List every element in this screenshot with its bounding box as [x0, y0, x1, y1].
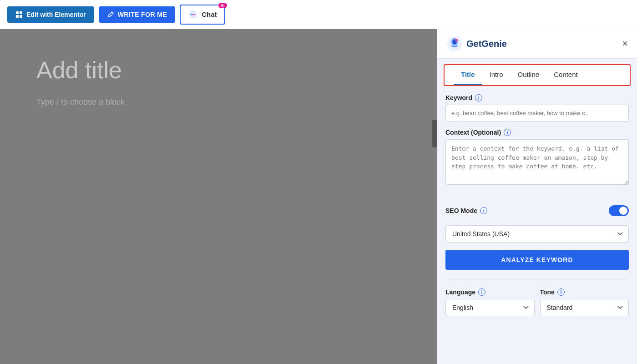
- tone-info-icon[interactable]: i: [557, 288, 565, 296]
- divider-2: [445, 279, 629, 279]
- write-for-me-label: WRITE FOR ME: [118, 11, 167, 18]
- panel-logo: GetGenie: [446, 35, 507, 52]
- analyze-keyword-button[interactable]: ANALYZE KEYWORD: [445, 250, 629, 270]
- toolbar: Edit with Elementor WRITE FOR ME AI Chat: [0, 0, 637, 29]
- language-label: Language i: [445, 288, 535, 296]
- tone-group: Tone i Standard Formal Casual Friendly: [540, 288, 629, 316]
- context-info-icon[interactable]: i: [504, 129, 511, 136]
- tab-outline[interactable]: Outline: [511, 65, 547, 85]
- panel-close-button[interactable]: ×: [622, 39, 628, 49]
- chat-badge: AI: [218, 3, 227, 8]
- panel-tabs: Title Intro Outline Content: [444, 64, 631, 86]
- sidebar-handle: [432, 120, 437, 147]
- context-label: Context (Optional) i: [445, 129, 629, 136]
- tab-content[interactable]: Content: [546, 65, 585, 85]
- getgenie-logo-icon: [446, 35, 463, 52]
- keyword-input[interactable]: [445, 105, 629, 121]
- svg-point-6: [192, 14, 194, 15]
- language-tone-row: Language i English Spanish French German…: [445, 288, 629, 316]
- right-panel: GetGenie × Title Intro Outline Content: [437, 29, 637, 364]
- toggle-thumb: [619, 207, 627, 215]
- edit-elementor-button[interactable]: Edit with Elementor: [7, 6, 94, 23]
- keyword-group: Keyword i: [445, 94, 629, 121]
- svg-rect-2: [16, 15, 19, 18]
- tab-title[interactable]: Title: [454, 65, 482, 85]
- svg-rect-0: [16, 11, 19, 14]
- language-group: Language i English Spanish French German: [445, 288, 535, 316]
- write-for-me-button[interactable]: WRITE FOR ME: [99, 6, 175, 23]
- svg-point-5: [191, 14, 192, 15]
- editor-title-placeholder: Add title: [36, 56, 122, 84]
- context-textarea[interactable]: [445, 139, 629, 185]
- panel-header: GetGenie ×: [437, 29, 637, 59]
- language-select[interactable]: English Spanish French German: [445, 299, 535, 316]
- svg-rect-1: [20, 11, 22, 14]
- edit-elementor-label: Edit with Elementor: [26, 11, 86, 18]
- svg-rect-3: [20, 15, 22, 18]
- main-area: Add title Type / to choose a block GetGe…: [0, 29, 637, 364]
- seo-mode-info-icon[interactable]: i: [480, 207, 487, 214]
- editor-area: Add title Type / to choose a block: [0, 29, 437, 364]
- panel-logo-text: GetGenie: [466, 39, 507, 49]
- keyword-label: Keyword i: [445, 94, 629, 101]
- seo-mode-label: SEO Mode i: [445, 207, 487, 214]
- tone-label: Tone i: [540, 288, 629, 296]
- tone-select[interactable]: Standard Formal Casual Friendly: [540, 299, 629, 316]
- tab-intro[interactable]: Intro: [482, 65, 511, 85]
- grid-icon: [15, 11, 23, 18]
- keyword-info-icon[interactable]: i: [475, 94, 482, 101]
- chat-button[interactable]: AI Chat: [180, 5, 225, 25]
- seo-mode-toggle[interactable]: [609, 205, 629, 216]
- editor-block-placeholder: Type / to choose a block: [36, 97, 125, 107]
- language-info-icon[interactable]: i: [478, 288, 485, 296]
- panel-body: Keyword i Context (Optional) i SEO Mode …: [437, 86, 637, 324]
- chat-icon: [188, 10, 198, 20]
- country-group: United States (USA) United Kingdom (UK) …: [445, 225, 629, 243]
- seo-mode-row: SEO Mode i: [445, 203, 629, 218]
- divider-1: [445, 194, 629, 194]
- chat-label: Chat: [202, 10, 217, 18]
- country-select[interactable]: United States (USA) United Kingdom (UK) …: [445, 225, 629, 243]
- svg-point-11: [455, 39, 458, 41]
- svg-point-7: [194, 14, 195, 15]
- pencil-icon: [107, 11, 114, 18]
- context-group: Context (Optional) i: [445, 129, 629, 185]
